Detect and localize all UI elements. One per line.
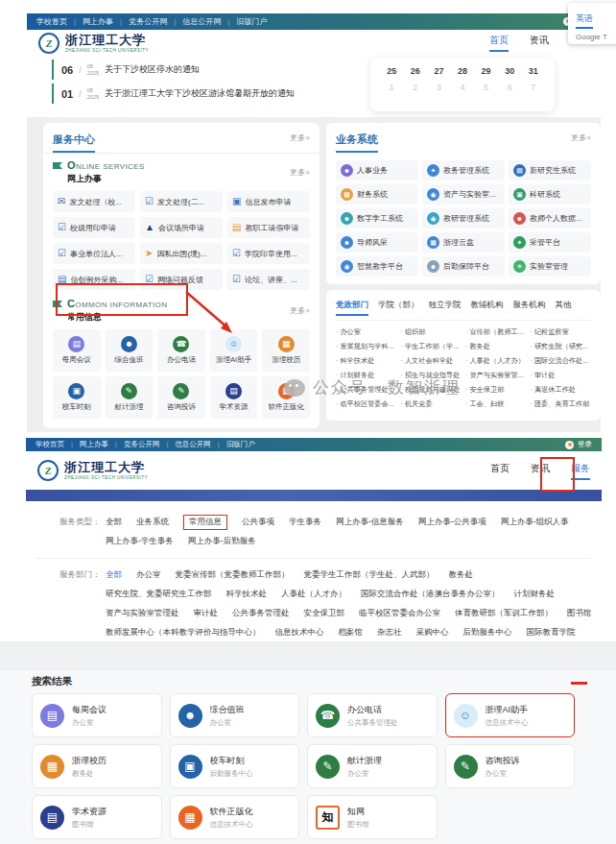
common-info-tile[interactable]: ✎ 献计浙理 — [106, 376, 154, 419]
university-logo[interactable]: Z 浙江理工大学 ZHEJIANG SCI-TECH UNIVERSITY — [37, 460, 148, 481]
topbar-link[interactable]: 网上办事 — [64, 440, 108, 449]
service-dept-chip[interactable]: 教师发展中心（本科教学评价与指导中心） — [106, 627, 261, 639]
department-link[interactable]: 组织部 — [401, 327, 462, 337]
common-info-tile[interactable]: ▤ 学术资源 — [210, 376, 258, 419]
service-dept-chip[interactable]: 信息技术中心 — [275, 627, 324, 639]
service-dept-chip[interactable]: 全部 — [106, 569, 122, 581]
common-info-tile[interactable]: ☎ 办公电话 — [157, 329, 205, 372]
common-info-tile[interactable]: ☻ 综合值班 — [106, 329, 154, 372]
common-info-tile[interactable]: ▤ 每周会议 — [53, 329, 101, 372]
topbar-link[interactable]: 党务公开网 — [108, 440, 159, 449]
service-dept-chip[interactable]: 采购中心 — [416, 627, 449, 639]
service-type-chip[interactable]: 业务系统 — [136, 517, 169, 528]
online-service-item[interactable]: ▤ 信创例外采购... — [53, 269, 135, 290]
department-link[interactable]: 纪检监察室 — [531, 327, 592, 337]
service-type-chip[interactable]: 网上办事-组织人事 — [501, 517, 569, 528]
business-system-item[interactable]: ☻ 导师风采 — [336, 232, 418, 253]
department-link[interactable]: 离退休工作处 — [531, 385, 592, 395]
business-system-item[interactable]: ☻ 数字学工系统 — [336, 208, 418, 229]
service-dept-chip[interactable]: 图书馆 — [567, 608, 592, 619]
department-link[interactable]: 研究生院（研究... — [531, 342, 592, 351]
service-dept-chip[interactable]: 国际教育学院 — [527, 627, 576, 639]
business-system-item[interactable]: ☻ 后勤保障平台 — [422, 256, 505, 277]
business-system-item[interactable]: ✳ 实验室管理 — [509, 256, 591, 277]
online-services-more-link[interactable]: 更多> — [290, 167, 310, 178]
service-center-more-link[interactable]: 更多> — [290, 133, 310, 143]
search-result-card[interactable]: ▤ 每周会议 办公室 — [32, 693, 162, 737]
online-service-item[interactable]: ☑ 校级用印申请 — [53, 217, 135, 238]
business-system-item[interactable]: ◉ 智慧教学平台 — [336, 256, 418, 277]
service-type-chip[interactable]: 常用信息 — [183, 515, 227, 530]
calendar-day[interactable]: 25 — [380, 66, 404, 76]
translate-language-tab[interactable]: 英语 — [576, 12, 593, 29]
calendar-day[interactable]: 27 — [427, 66, 451, 76]
calendar-day[interactable]: 28 — [451, 66, 475, 76]
service-dept-chip[interactable]: 党委学生工作部（学生处、人武部） — [304, 569, 435, 581]
topbar-link[interactable]: 旧版门户 — [211, 440, 255, 449]
business-system-item[interactable]: ☻ 人事业务 — [336, 160, 418, 181]
service-dept-chip[interactable]: 档案馆 — [339, 627, 364, 639]
online-service-item[interactable]: ☑ 发文处理(二... — [140, 191, 223, 212]
calendar-day[interactable]: 4 — [451, 83, 475, 92]
search-result-card[interactable]: ▣ 校车时刻 后勤服务中心 — [170, 744, 300, 788]
service-dept-chip[interactable]: 杂志社 — [377, 627, 402, 639]
topbar-link[interactable]: 旧版门户 — [221, 16, 267, 27]
service-dept-chip[interactable]: 审计处 — [194, 608, 219, 619]
calendar-day[interactable]: 5 — [474, 83, 498, 92]
service-dept-chip[interactable]: 科学技术处 — [226, 589, 268, 600]
business-system-item[interactable]: ✦ 教务管理系统 — [422, 160, 505, 181]
calendar-day[interactable]: 3 — [427, 83, 451, 92]
service-dept-chip[interactable]: 计划财务处 — [514, 589, 556, 600]
service-dept-chip[interactable]: 临平校区管委会办公室 — [359, 608, 440, 619]
department-link[interactable]: 临平校区管委会... — [336, 399, 397, 409]
service-type-chip[interactable]: 全部 — [106, 517, 122, 528]
department-link[interactable]: 审计处 — [531, 371, 592, 380]
service-type-chip[interactable]: 学生事务 — [289, 517, 321, 528]
service-type-chip[interactable]: 网上办事-学生事务 — [106, 536, 174, 547]
service-dept-chip[interactable]: 党委宣传部（党委教师工作部） — [176, 569, 290, 581]
service-type-chip[interactable]: 公共事项 — [242, 517, 274, 528]
common-info-tile[interactable]: ✎ 咨询投诉 — [157, 376, 205, 419]
service-type-chip[interactable]: 网上办事-信息服务 — [336, 517, 404, 528]
calendar-day[interactable]: 26 — [404, 66, 428, 76]
search-result-card[interactable]: ☺ 浙理AI助手 信息技术中心 — [445, 693, 576, 737]
service-type-chip[interactable]: 网上办事-后勤服务 — [188, 536, 256, 547]
department-link[interactable]: 人事处（人才办） — [465, 356, 527, 366]
search-result-card[interactable]: ▦ 软件正版化 信息技术中心 — [170, 795, 300, 839]
online-service-item[interactable]: ▲ 会议场所申请 — [140, 217, 223, 238]
nav-item[interactable]: 资讯 — [531, 462, 550, 480]
search-result-card[interactable]: 知 知网 图书馆 — [307, 795, 438, 839]
department-tab[interactable]: 其他 — [556, 300, 572, 316]
service-dept-chip[interactable]: 研究生院、党委研究生工作部 — [106, 589, 212, 600]
department-link[interactable]: 安全保卫部 — [465, 385, 527, 395]
service-dept-chip[interactable]: 后勤服务中心 — [463, 627, 512, 639]
calendar-day[interactable]: 2 — [404, 83, 428, 92]
nav-item[interactable]: 服务 — [571, 462, 590, 480]
common-information-more-link[interactable]: 更多> — [290, 305, 310, 316]
department-link[interactable]: 办公室 — [336, 327, 397, 337]
department-link[interactable]: 宣传部（教师工... — [465, 327, 527, 337]
service-type-chip[interactable]: 网上办事-公共事项 — [418, 517, 486, 528]
department-link[interactable]: 资产与实验室管... — [465, 371, 527, 380]
search-result-card[interactable]: ☻ 综合值班 办公室 — [170, 693, 300, 737]
business-system-item[interactable]: ▣ 科研系统 — [509, 184, 591, 205]
common-info-tile[interactable]: ☺ 浙理AI助手 — [210, 329, 258, 372]
common-info-tile[interactable]: ▦ 浙理校历 — [262, 329, 310, 372]
notice-item[interactable]: 06 / 082025 关于下沙校区停水的通知 — [52, 60, 340, 80]
nav-item[interactable]: 资讯 — [530, 34, 549, 52]
online-service-item[interactable]: ☑ 论坛、讲座、... — [227, 269, 310, 290]
department-tab[interactable]: 学院（部） — [378, 300, 419, 316]
business-system-item[interactable]: ◉ 资产与实验室... — [422, 184, 505, 205]
department-link[interactable]: 科学技术处 — [336, 356, 397, 366]
business-systems-more-link[interactable]: 更多> — [571, 133, 591, 143]
search-result-card[interactable]: ☎ 办公电话 公共事务管理处 — [307, 693, 438, 737]
department-link[interactable]: 教务处 — [465, 342, 527, 351]
department-link[interactable]: 发展规划与学科... — [336, 342, 397, 351]
topbar-link[interactable]: 学校首页 — [36, 16, 67, 27]
business-system-item[interactable]: ✦ 采管平台 — [509, 232, 591, 253]
online-service-item[interactable]: ☑ 网络问题反馈 — [140, 269, 223, 290]
calendar-day[interactable]: 31 — [521, 66, 545, 76]
service-dept-chip[interactable]: 公共事务管理处 — [232, 608, 290, 619]
online-service-item[interactable]: ▤ 教职工请假申请 — [227, 217, 310, 238]
department-tab[interactable]: 教辅机构 — [471, 300, 504, 316]
